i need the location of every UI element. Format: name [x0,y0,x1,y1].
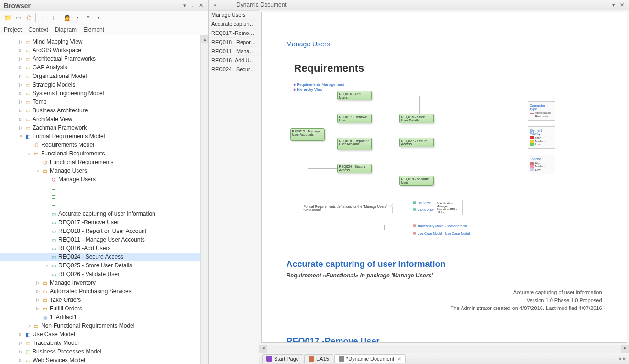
tree-item[interactable]: ▷▭Business Architecture [0,106,208,115]
chevron-icon[interactable]: ▷ [34,298,41,302]
req-box[interactable]: REQ017 - Remove User [337,114,372,123]
outline-item[interactable]: REQ016 -Add Users [209,56,259,65]
tree-item[interactable]: ⌬Requirements Model [0,141,208,149]
tree-item[interactable]: ▭REQ026 - Validate User [0,270,208,278]
outline-item[interactable]: REQ024 - Secure Acc... [209,65,259,74]
req-box[interactable]: REQ019 - Validate User [399,176,434,186]
diagram-link[interactable]: Requirements Management [293,82,344,87]
list-view-link[interactable]: List View [413,201,431,205]
menu-dropdown-icon[interactable]: ▾ [95,14,102,22]
chevron-icon[interactable]: ▿ [26,151,33,156]
req-box[interactable]: REQ016 - Add Users [337,91,372,100]
document-view[interactable]: Manage Users Requirements Requirements M… [261,12,627,343]
down-arrow-icon[interactable]: ↓ [49,14,57,22]
tree-item[interactable]: ▷🗀Non-Functional Requirements Model [0,321,208,330]
chevron-icon[interactable]: ▿ [17,134,24,139]
tree-item[interactable]: ⌬Functional Requirements [0,158,208,166]
tree-item[interactable]: ⌬Manage Users [0,175,208,184]
tree-item[interactable]: ▿🗀Manage Users [0,166,208,175]
chevron-icon[interactable]: ▿ [34,168,41,173]
hierarchy-icon[interactable]: ⌬ [25,14,33,22]
horizontal-scrollbar[interactable]: ◂ ▸ [259,345,629,353]
tab-next-icon[interactable]: ▸ [623,355,626,362]
outline-item[interactable]: REQ011 - Manage U... [209,47,259,56]
chevron-icon[interactable]: ▷ [17,56,24,61]
chevron-icon[interactable]: ▷ [17,332,24,337]
req-box[interactable]: REQ027 - Secure Access [399,138,434,147]
tree-scrollbar[interactable]: ▴ [200,35,208,364]
person-icon[interactable]: 🙍 [63,14,71,22]
tree-item[interactable]: ▷▭Mind Mapping View [0,37,208,46]
tree-item[interactable]: ▭REQ017 -Remove User [0,218,208,227]
person-dropdown-icon[interactable]: ▾ [74,14,81,22]
tree-item[interactable]: ▷▭Systems Engineering Model [0,89,208,98]
tree-item[interactable]: ▷▭Zachman Framework [0,123,208,132]
chevron-icon[interactable]: ▷ [17,39,24,44]
tree-item[interactable]: ▷▭GAP Analysis [0,63,208,72]
tree-item[interactable]: ▿🗀Functional Requirements [0,149,208,158]
up-arrow-icon[interactable]: ↑ [39,14,46,22]
req-box[interactable]: REQ015 - Store User Details [399,114,434,123]
tree-item[interactable]: ▷▭Temp [0,98,208,106]
tree-item[interactable]: ▷◧Use Case Model [0,330,208,339]
req-box[interactable]: REQ013 - Manage User Accounts [290,128,325,141]
manage-users-link[interactable]: Manage Users [287,40,330,48]
gantt-view-link[interactable]: Gantt View [413,208,434,211]
diagram-link[interactable]: Hierarchy View [293,88,344,92]
chevron-icon[interactable]: ▷ [34,306,41,311]
close-icon[interactable]: ✕ [619,1,625,9]
footer-tab[interactable]: Start Page [262,354,303,363]
tree-item[interactable]: ▭REQ011 - Manage User Accounts [0,235,208,244]
subnav-diagram[interactable]: Diagram [55,26,77,33]
chevron-icon[interactable]: ▷ [17,341,24,345]
tab-close-icon[interactable]: ✕ [397,356,401,362]
tab-prev-icon[interactable]: ◂ [618,355,621,362]
tree-item[interactable]: ▷🗀Manage Inventory [0,278,208,287]
menu-icon[interactable]: ≡ [84,14,92,22]
chevron-icon[interactable]: ▷ [17,91,24,96]
usecase-link[interactable]: Use Case Model - Use Case Model [413,232,470,235]
dropdown-icon[interactable]: ▾ [611,1,616,9]
chevron-icon[interactable]: ▷ [43,263,50,268]
tree-item[interactable]: ▷▭Organizational Model [0,72,208,80]
scroll-left-icon[interactable]: ◂ [259,345,267,353]
footer-tab[interactable]: *Dynamic Document✕ [334,354,406,363]
tree-item[interactable]: ▭REQ016 -Add Users [0,244,208,253]
tree-item[interactable]: ▷▭REQ025 - Store User Details [0,261,208,270]
chevron-icon[interactable]: ▷ [17,125,24,130]
close-icon[interactable]: ✕ [198,1,204,10]
req-box[interactable]: REQ024 - Secure Access [337,164,372,173]
tree-item[interactable]: ▷🗀Automated Purchasing Services [0,287,208,296]
chevron-icon[interactable]: ▷ [17,99,24,104]
outline-item[interactable]: REQ018 - Report on ... [209,38,259,47]
outline-item[interactable]: Accurate capturing of... [209,20,259,29]
scroll-right-icon[interactable]: ▸ [621,345,629,353]
chevron-icon[interactable]: ▷ [17,82,24,87]
tree-item[interactable]: ☰ [0,201,208,210]
tree-item[interactable]: ▷▭Strategic Models [0,80,208,89]
pin-icon[interactable]: ⫠ [189,2,196,10]
tree-item[interactable]: ▷▭Traceability Model [0,339,208,347]
expand-icon[interactable]: » [212,1,217,9]
scroll-up-icon[interactable]: ▴ [201,35,208,43]
open-folder-icon[interactable]: ▭ [14,14,22,22]
tree-item[interactable]: ▭REQ018 - Report on User Account [0,227,208,235]
footer-tab[interactable]: EA15 [304,354,333,363]
chevron-icon[interactable]: ▷ [17,358,24,363]
chevron-icon[interactable]: ▷ [17,108,24,113]
chevron-icon[interactable]: ▷ [17,65,24,70]
tree-item[interactable]: ☰ [0,192,208,201]
chevron-icon[interactable]: ▷ [26,323,33,328]
tree-item[interactable]: ▤1: Artifact1 [0,313,208,321]
tree-item[interactable]: ▷▭ArchiMate View [0,115,208,123]
outline-item[interactable]: Manage Users [209,10,259,20]
tree-item[interactable]: ▭REQ024 - Secure Access [0,253,208,261]
chevron-icon[interactable]: ▷ [17,74,24,78]
tree-item[interactable]: ▷▭ArcGIS Workspace [0,46,208,55]
req-box[interactable]: REQ018 - Report on User Account [337,138,372,150]
tree-item[interactable]: ☰ [0,184,208,192]
tree-item[interactable]: ▭Accurate capturing of user information [0,210,208,218]
subnav-context[interactable]: Context [28,26,48,33]
tree-item[interactable]: ▷▭Web Services Model [0,356,208,364]
tree-item[interactable]: ▷🗀Take Orders [0,296,208,304]
